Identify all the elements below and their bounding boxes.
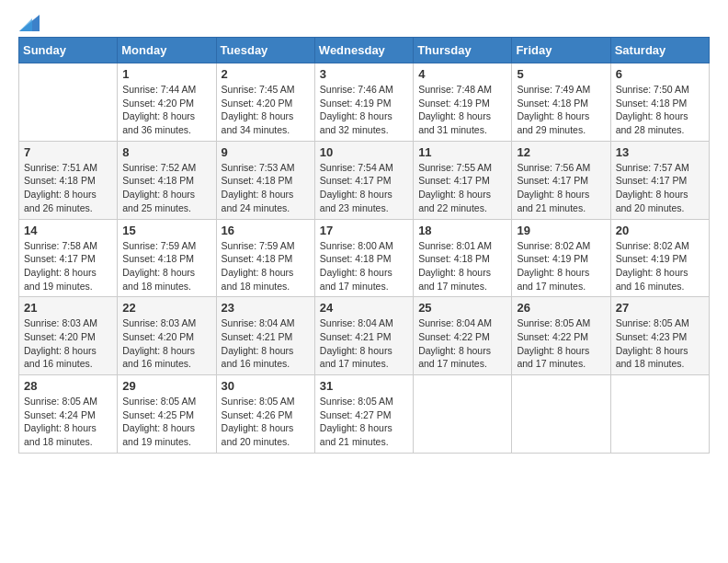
- day-number: 1: [122, 67, 210, 81]
- day-info: Sunrise: 8:05 AM Sunset: 4:22 PM Dayligh…: [517, 316, 605, 371]
- calendar-cell: 8Sunrise: 7:52 AM Sunset: 4:18 PM Daylig…: [118, 141, 216, 219]
- day-number: 18: [418, 224, 506, 237]
- calendar-cell: 7Sunrise: 7:51 AM Sunset: 4:18 PM Daylig…: [19, 141, 118, 219]
- day-info: Sunrise: 7:54 AM Sunset: 4:17 PM Dayligh…: [320, 161, 408, 215]
- day-number: 4: [418, 67, 506, 81]
- day-number: 10: [320, 145, 408, 159]
- day-number: 9: [222, 145, 310, 159]
- calendar-cell: 28Sunrise: 8:05 AM Sunset: 4:24 PM Dayli…: [19, 375, 118, 454]
- day-info: Sunrise: 8:02 AM Sunset: 4:19 PM Dayligh…: [517, 239, 605, 293]
- days-of-week-row: SundayMondayTuesdayWednesdayThursdayFrid…: [19, 38, 710, 63]
- day-info: Sunrise: 7:48 AM Sunset: 4:19 PM Dayligh…: [418, 83, 506, 137]
- day-of-week-header: Thursday: [414, 38, 512, 63]
- day-number: 27: [616, 301, 704, 315]
- logo-icon: [19, 15, 40, 31]
- day-number: 8: [122, 145, 210, 159]
- day-number: 12: [517, 145, 605, 159]
- day-info: Sunrise: 8:05 AM Sunset: 4:25 PM Dayligh…: [122, 395, 210, 449]
- day-info: Sunrise: 7:57 AM Sunset: 4:17 PM Dayligh…: [616, 161, 704, 215]
- calendar-cell: 12Sunrise: 7:56 AM Sunset: 4:17 PM Dayli…: [512, 141, 610, 219]
- calendar-cell: 21Sunrise: 8:03 AM Sunset: 4:20 PM Dayli…: [19, 297, 118, 375]
- day-of-week-header: Sunday: [19, 38, 118, 63]
- day-info: Sunrise: 7:59 AM Sunset: 4:18 PM Dayligh…: [222, 239, 310, 293]
- calendar-cell: [19, 63, 118, 142]
- day-number: 30: [222, 379, 310, 393]
- day-info: Sunrise: 7:49 AM Sunset: 4:18 PM Dayligh…: [517, 83, 605, 137]
- day-number: 15: [122, 224, 210, 237]
- day-number: 14: [24, 224, 112, 237]
- calendar-week-row: 28Sunrise: 8:05 AM Sunset: 4:24 PM Dayli…: [19, 375, 710, 454]
- day-info: Sunrise: 7:45 AM Sunset: 4:20 PM Dayligh…: [222, 83, 310, 137]
- day-number: 3: [320, 67, 408, 81]
- calendar-cell: 20Sunrise: 8:02 AM Sunset: 4:19 PM Dayli…: [610, 219, 709, 297]
- calendar-week-row: 7Sunrise: 7:51 AM Sunset: 4:18 PM Daylig…: [19, 141, 710, 219]
- day-info: Sunrise: 8:04 AM Sunset: 4:22 PM Dayligh…: [418, 316, 506, 371]
- day-info: Sunrise: 8:01 AM Sunset: 4:18 PM Dayligh…: [418, 239, 506, 293]
- day-of-week-header: Wednesday: [314, 38, 413, 63]
- day-of-week-header: Friday: [512, 38, 610, 63]
- day-number: 2: [222, 67, 310, 81]
- day-number: 5: [517, 67, 605, 81]
- day-number: 13: [616, 145, 704, 159]
- day-number: 16: [222, 224, 310, 237]
- day-info: Sunrise: 8:05 AM Sunset: 4:23 PM Dayligh…: [616, 316, 704, 371]
- day-info: Sunrise: 7:53 AM Sunset: 4:18 PM Dayligh…: [222, 161, 310, 215]
- day-number: 31: [320, 379, 408, 393]
- calendar-cell: 22Sunrise: 8:03 AM Sunset: 4:20 PM Dayli…: [118, 297, 216, 375]
- day-number: 29: [122, 379, 210, 393]
- day-number: 25: [418, 301, 506, 315]
- calendar-week-row: 14Sunrise: 7:58 AM Sunset: 4:17 PM Dayli…: [19, 219, 710, 297]
- calendar-cell: 18Sunrise: 8:01 AM Sunset: 4:18 PM Dayli…: [414, 219, 512, 297]
- day-info: Sunrise: 7:46 AM Sunset: 4:19 PM Dayligh…: [320, 83, 408, 137]
- day-info: Sunrise: 8:05 AM Sunset: 4:24 PM Dayligh…: [24, 395, 112, 449]
- calendar-cell: 9Sunrise: 7:53 AM Sunset: 4:18 PM Daylig…: [216, 141, 314, 219]
- day-of-week-header: Saturday: [610, 38, 709, 63]
- day-number: 17: [320, 224, 408, 237]
- calendar-cell: 13Sunrise: 7:57 AM Sunset: 4:17 PM Dayli…: [610, 141, 709, 219]
- day-info: Sunrise: 7:55 AM Sunset: 4:17 PM Dayligh…: [418, 161, 506, 215]
- day-of-week-header: Tuesday: [216, 38, 314, 63]
- day-info: Sunrise: 8:04 AM Sunset: 4:21 PM Dayligh…: [222, 316, 310, 371]
- calendar-cell: 25Sunrise: 8:04 AM Sunset: 4:22 PM Dayli…: [414, 297, 512, 375]
- day-of-week-header: Monday: [118, 38, 216, 63]
- calendar: SundayMondayTuesdayWednesdayThursdayFrid…: [18, 37, 710, 454]
- day-number: 6: [616, 67, 704, 81]
- calendar-cell: 26Sunrise: 8:05 AM Sunset: 4:22 PM Dayli…: [512, 297, 610, 375]
- day-number: 11: [418, 145, 506, 159]
- day-info: Sunrise: 7:50 AM Sunset: 4:18 PM Dayligh…: [616, 83, 704, 137]
- header: [18, 15, 710, 29]
- calendar-cell: [414, 375, 512, 454]
- day-info: Sunrise: 8:03 AM Sunset: 4:20 PM Dayligh…: [122, 316, 210, 371]
- calendar-cell: 27Sunrise: 8:05 AM Sunset: 4:23 PM Dayli…: [610, 297, 709, 375]
- day-number: 22: [122, 301, 210, 315]
- day-info: Sunrise: 8:05 AM Sunset: 4:26 PM Dayligh…: [222, 395, 310, 449]
- day-number: 24: [320, 301, 408, 315]
- day-info: Sunrise: 8:04 AM Sunset: 4:21 PM Dayligh…: [320, 316, 408, 371]
- day-number: 21: [24, 301, 112, 315]
- day-number: 26: [517, 301, 605, 315]
- day-info: Sunrise: 7:56 AM Sunset: 4:17 PM Dayligh…: [517, 161, 605, 215]
- calendar-cell: 24Sunrise: 8:04 AM Sunset: 4:21 PM Dayli…: [314, 297, 413, 375]
- day-number: 19: [517, 224, 605, 237]
- day-info: Sunrise: 7:58 AM Sunset: 4:17 PM Dayligh…: [24, 239, 112, 293]
- calendar-cell: 11Sunrise: 7:55 AM Sunset: 4:17 PM Dayli…: [414, 141, 512, 219]
- day-info: Sunrise: 7:51 AM Sunset: 4:18 PM Dayligh…: [24, 161, 112, 215]
- svg-marker-1: [19, 18, 32, 31]
- calendar-cell: 14Sunrise: 7:58 AM Sunset: 4:17 PM Dayli…: [19, 219, 118, 297]
- day-info: Sunrise: 7:59 AM Sunset: 4:18 PM Dayligh…: [122, 239, 210, 293]
- day-info: Sunrise: 7:44 AM Sunset: 4:20 PM Dayligh…: [122, 83, 210, 137]
- calendar-cell: 31Sunrise: 8:05 AM Sunset: 4:27 PM Dayli…: [314, 375, 413, 454]
- day-number: 28: [24, 379, 112, 393]
- calendar-week-row: 21Sunrise: 8:03 AM Sunset: 4:20 PM Dayli…: [19, 297, 710, 375]
- calendar-cell: 23Sunrise: 8:04 AM Sunset: 4:21 PM Dayli…: [216, 297, 314, 375]
- calendar-cell: [512, 375, 610, 454]
- page: SundayMondayTuesdayWednesdayThursdayFrid…: [0, 0, 728, 472]
- calendar-cell: 2Sunrise: 7:45 AM Sunset: 4:20 PM Daylig…: [216, 63, 314, 142]
- calendar-cell: 6Sunrise: 7:50 AM Sunset: 4:18 PM Daylig…: [610, 63, 709, 142]
- calendar-cell: 16Sunrise: 7:59 AM Sunset: 4:18 PM Dayli…: [216, 219, 314, 297]
- day-number: 23: [222, 301, 310, 315]
- day-number: 7: [24, 145, 112, 159]
- calendar-cell: 4Sunrise: 7:48 AM Sunset: 4:19 PM Daylig…: [414, 63, 512, 142]
- day-info: Sunrise: 8:02 AM Sunset: 4:19 PM Dayligh…: [616, 239, 704, 293]
- calendar-cell: 10Sunrise: 7:54 AM Sunset: 4:17 PM Dayli…: [314, 141, 413, 219]
